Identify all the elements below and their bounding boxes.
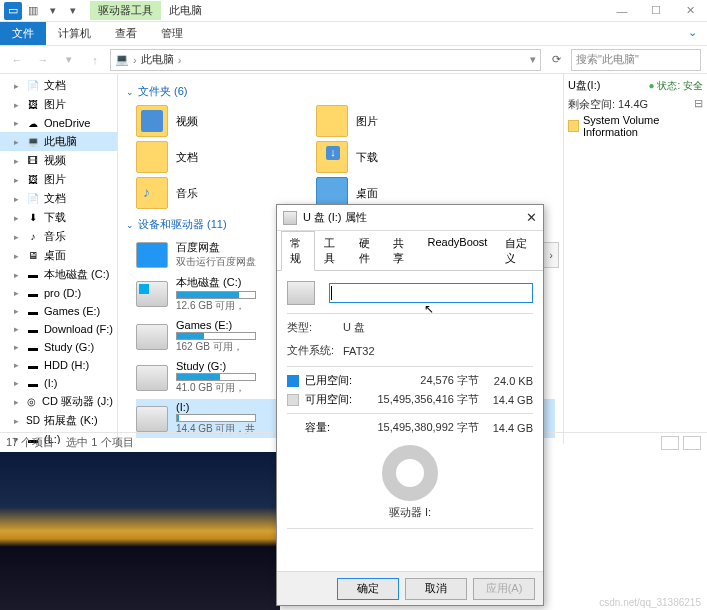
used-label: 已用空间: <box>305 373 365 388</box>
folder-icon <box>316 105 348 137</box>
ok-button[interactable]: 确定 <box>337 578 399 600</box>
recent-dropdown[interactable]: ▾ <box>58 49 80 71</box>
label-input[interactable]: ↖ <box>329 283 533 303</box>
apply-button[interactable]: 应用(A) <box>473 578 535 600</box>
sidebar-item[interactable]: ▸🖼图片 <box>0 170 117 189</box>
sidebar-item[interactable]: ▸▬(I:) <box>0 374 117 392</box>
up-button[interactable]: ↑ <box>84 49 106 71</box>
properties-dialog: U 盘 (I:) 属性 ✕ 常规 工具 硬件 共享 ReadyBoost 自定义… <box>276 204 544 606</box>
dialog-title: U 盘 (I:) 属性 <box>303 210 367 225</box>
chevron-right-icon: › <box>133 54 137 66</box>
sidebar-item[interactable]: ▸▬Study (G:) <box>0 338 117 356</box>
folder-item[interactable]: 图片 <box>316 105 476 137</box>
sidebar-item[interactable]: ▸♪音乐 <box>0 227 117 246</box>
search-input[interactable]: 搜索"此电脑" <box>571 49 701 71</box>
tab-custom[interactable]: 自定义 <box>496 231 539 271</box>
breadcrumb-item[interactable]: 此电脑 <box>141 52 174 67</box>
sidebar-item[interactable]: ▸🖥桌面 <box>0 246 117 265</box>
dropdown-icon[interactable]: ▾ <box>530 53 536 66</box>
sidebar-item[interactable]: ▸▬本地磁盘 (C:) <box>0 265 117 284</box>
tab-general[interactable]: 常规 <box>281 231 315 271</box>
navigation-pane[interactable]: ▸📄文档▸🖼图片▸☁OneDrive▸💻此电脑▸🎞视频▸🖼图片▸📄文档▸⬇下载▸… <box>0 74 118 444</box>
sidebar-item[interactable]: ▸▬HDD (H:) <box>0 356 117 374</box>
address-bar: ← → ▾ ↑ 💻 › 此电脑 › ▾ ⟳ 搜索"此电脑" <box>0 46 707 74</box>
sidebar-item[interactable]: ▸🖼图片 <box>0 95 117 114</box>
folder-item[interactable]: 音乐 <box>136 177 296 209</box>
tab-computer[interactable]: 计算机 <box>46 22 103 45</box>
free-bytes: 15,495,356,416 字节 <box>369 392 479 407</box>
folder-icon <box>136 177 168 209</box>
maximize-button[interactable]: ☐ <box>639 0 673 22</box>
nav-label: 文档 <box>44 78 66 93</box>
forward-button[interactable]: → <box>32 49 54 71</box>
used-bytes: 24,576 字节 <box>369 373 479 388</box>
drive-label: Study (G:) <box>176 360 256 372</box>
tab-view[interactable]: 查看 <box>103 22 149 45</box>
folder-item[interactable]: 视频 <box>136 105 296 137</box>
quick-access-toolbar: ▭ ▥ ▾ ▾ <box>0 2 86 20</box>
dialog-titlebar[interactable]: U 盘 (I:) 属性 ✕ <box>277 205 543 231</box>
nav-label: 拓展盘 (K:) <box>44 413 98 428</box>
group-header-folders[interactable]: ⌄文件夹 (6) <box>126 84 555 99</box>
nav-label: 下载 <box>44 210 66 225</box>
drive-label: (I:) <box>176 401 256 413</box>
sidebar-item[interactable]: ▸☁OneDrive <box>0 114 117 132</box>
nav-icon: ⬇ <box>26 211 40 225</box>
tab-sharing[interactable]: 共享 <box>384 231 418 271</box>
sidebar-item[interactable]: ▸▬Games (E:) <box>0 302 117 320</box>
free-space-label: 剩余空间: 14.4G ⊟ <box>568 97 703 112</box>
tab-hardware[interactable]: 硬件 <box>350 231 384 271</box>
nav-icon: ▬ <box>26 286 40 300</box>
tab-tools[interactable]: 工具 <box>315 231 349 271</box>
tab-file[interactable]: 文件 <box>0 22 46 45</box>
drive-icon <box>136 365 168 391</box>
nav-icon: 📄 <box>26 192 40 206</box>
list-item[interactable]: System Volume Information <box>568 114 703 138</box>
close-button[interactable]: ✕ <box>526 210 537 225</box>
drive-sublabel: 12.6 GB 可用， <box>176 299 256 313</box>
sidebar-item[interactable]: ▸◎CD 驱动器 (J:) <box>0 392 117 411</box>
sidebar-item[interactable]: ▸⬇下载 <box>0 208 117 227</box>
details-pane: U盘(I:) 状态: 安全 剩余空间: 14.4G ⊟ System Volum… <box>563 74 707 444</box>
chevron-right-icon: › <box>178 54 182 66</box>
cancel-button[interactable]: 取消 <box>405 578 467 600</box>
folder-icon <box>136 141 168 173</box>
new-folder-icon[interactable]: ▾ <box>44 2 62 20</box>
nav-label: HDD (H:) <box>44 359 89 371</box>
ribbon-expand-icon[interactable]: ⌄ <box>678 22 707 45</box>
nav-label: 图片 <box>44 172 66 187</box>
sidebar-item[interactable]: ▸📄文档 <box>0 189 117 208</box>
nav-icon: ▬ <box>26 358 40 372</box>
tab-readyboost[interactable]: ReadyBoost <box>419 231 497 271</box>
sidebar-item[interactable]: ▸🎞视频 <box>0 151 117 170</box>
item-count: 17 个项目 <box>6 435 54 450</box>
folder-item[interactable]: 下载 <box>316 141 476 173</box>
sidebar-item[interactable]: ▸💻此电脑 <box>0 132 117 151</box>
chevron-down-icon: ⌄ <box>126 220 134 230</box>
nav-label: Study (G:) <box>44 341 94 353</box>
folder-label: 图片 <box>356 114 378 129</box>
breadcrumb[interactable]: 💻 › 此电脑 › ▾ <box>110 49 541 71</box>
folder-item[interactable]: 文档 <box>136 141 296 173</box>
collapse-icon[interactable]: ⊟ <box>694 97 703 110</box>
nav-label: 此电脑 <box>44 134 77 149</box>
free-label: 可用空间: <box>305 392 365 407</box>
back-button[interactable]: ← <box>6 49 28 71</box>
drive-sublabel: 双击运行百度网盘 <box>176 255 256 269</box>
sidebar-item[interactable]: ▸▬pro (D:) <box>0 284 117 302</box>
close-button[interactable]: ✕ <box>673 0 707 22</box>
sidebar-item[interactable]: ▸📄文档 <box>0 76 117 95</box>
preview-toggle-button[interactable]: › <box>543 242 559 268</box>
drive-icon <box>136 324 168 350</box>
refresh-button[interactable]: ⟳ <box>545 49 567 71</box>
explorer-icon[interactable]: ▭ <box>4 2 22 20</box>
tab-manage[interactable]: 管理 <box>149 22 195 45</box>
details-view-button[interactable] <box>661 436 679 450</box>
nav-label: pro (D:) <box>44 287 81 299</box>
qat-dropdown[interactable]: ▾ <box>64 2 82 20</box>
properties-icon[interactable]: ▥ <box>24 2 42 20</box>
minimize-button[interactable]: — <box>605 0 639 22</box>
sidebar-item[interactable]: ▸SD拓展盘 (K:) <box>0 411 117 430</box>
sidebar-item[interactable]: ▸▬Download (F:) <box>0 320 117 338</box>
icons-view-button[interactable] <box>683 436 701 450</box>
